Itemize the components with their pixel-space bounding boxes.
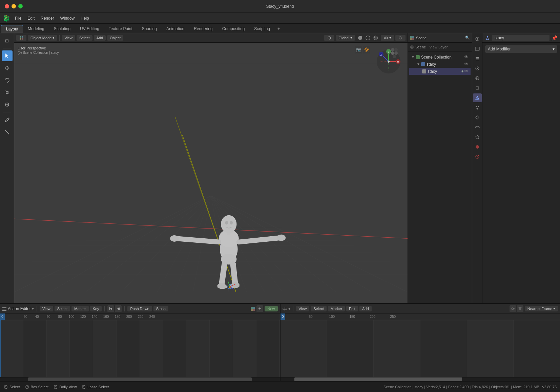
object-menu[interactable]: Object bbox=[107, 35, 123, 41]
layers-icon bbox=[474, 56, 480, 62]
scene-collection-root[interactable]: ▼ Scene Collection 👁 bbox=[409, 53, 471, 61]
axes-widget[interactable]: Y X Z bbox=[375, 48, 402, 75]
annotate-tool-button[interactable] bbox=[2, 114, 13, 125]
physics-properties-icon[interactable] bbox=[473, 113, 482, 122]
visibility-eye-1[interactable]: 👁 bbox=[464, 55, 469, 60]
ae-content[interactable] bbox=[0, 320, 280, 377]
object-properties-icon[interactable] bbox=[473, 84, 482, 92]
ae-scrollbar[interactable] bbox=[0, 377, 280, 381]
view-layer-properties-icon[interactable] bbox=[473, 54, 482, 63]
editor-type-dropdown[interactable] bbox=[16, 35, 26, 41]
stash-button[interactable]: Stash bbox=[153, 306, 168, 311]
world-properties-icon[interactable] bbox=[473, 74, 482, 83]
viewport-canvas[interactable]: User Perspective (0) Scene Collection | … bbox=[14, 43, 408, 303]
viewport-shading-solid[interactable] bbox=[356, 34, 364, 42]
jump-start-button[interactable] bbox=[107, 305, 114, 312]
stacy-collection-item[interactable]: ▼ stacy 👁 bbox=[409, 61, 471, 68]
overlays-toggle[interactable]: ▾ bbox=[381, 35, 394, 41]
output-properties-icon[interactable] bbox=[473, 44, 482, 53]
modifier-properties-icon[interactable] bbox=[473, 93, 482, 102]
select-tool-button[interactable] bbox=[2, 50, 13, 61]
pin-button[interactable]: 📌 bbox=[552, 35, 557, 41]
scene-search-button[interactable]: 🔍 bbox=[465, 36, 470, 40]
visibility-eye-2[interactable]: 👁 bbox=[464, 62, 469, 67]
tl-scrollbar[interactable] bbox=[281, 377, 560, 381]
tab-rendering[interactable]: Rendering bbox=[189, 25, 217, 33]
xray-toggle[interactable] bbox=[395, 35, 406, 41]
constraints-properties-icon[interactable] bbox=[473, 123, 482, 132]
lasso-select-shortcut[interactable]: Lasso Select bbox=[81, 385, 109, 389]
svg-text:Z: Z bbox=[380, 53, 382, 56]
world-icon bbox=[474, 75, 480, 81]
menu-render[interactable]: Render bbox=[38, 15, 57, 22]
dolly-view-shortcut[interactable]: Dolly View bbox=[53, 385, 77, 389]
ae-add-button[interactable] bbox=[256, 305, 263, 312]
measure-tool-button[interactable] bbox=[2, 127, 13, 137]
ae-key-menu[interactable]: Key bbox=[90, 306, 102, 311]
particles-properties-icon[interactable] bbox=[473, 103, 482, 112]
add-menu[interactable]: Add bbox=[94, 35, 106, 41]
ae-view-menu[interactable]: View bbox=[40, 306, 53, 311]
tab-scripting[interactable]: Scripting bbox=[249, 25, 275, 33]
rotate-tool-button[interactable] bbox=[2, 75, 13, 86]
box-select-shortcut[interactable]: Box Select bbox=[25, 385, 49, 389]
viewport-display-options[interactable] bbox=[324, 35, 334, 41]
tab-layout[interactable]: Layout bbox=[1, 25, 23, 33]
scene-properties-icon[interactable] bbox=[473, 64, 482, 73]
tl-select-menu[interactable]: Select bbox=[311, 306, 327, 311]
menu-file[interactable]: File bbox=[12, 15, 24, 22]
editor-type-button[interactable]: ⊞ bbox=[2, 35, 13, 46]
viewport[interactable]: Object Mode ▾ View Select Add Object Glo… bbox=[14, 33, 408, 303]
tl-edit-menu[interactable]: Edit bbox=[346, 306, 358, 311]
tl-scrollbar-thumb[interactable] bbox=[294, 377, 462, 381]
transform-tool-button[interactable] bbox=[2, 99, 13, 110]
tl-view-menu[interactable]: View bbox=[296, 306, 310, 311]
add-modifier-dropdown[interactable]: Add Modifier ▾ bbox=[485, 45, 557, 53]
maximize-button[interactable] bbox=[18, 4, 23, 8]
tab-animation[interactable]: Animation bbox=[162, 25, 189, 33]
step-back-button[interactable] bbox=[115, 305, 122, 312]
view-camera-button[interactable]: 📷 bbox=[355, 46, 362, 53]
select-shortcut[interactable]: Select bbox=[3, 385, 20, 389]
tab-uv-editing[interactable]: UV Editing bbox=[75, 25, 104, 33]
select-menu[interactable]: Select bbox=[77, 35, 92, 41]
filter-button[interactable] bbox=[517, 305, 523, 312]
tab-compositing[interactable]: Compositing bbox=[217, 25, 250, 33]
scale-tool-button[interactable] bbox=[2, 87, 13, 98]
view-render-button[interactable]: 🔆 bbox=[363, 46, 370, 53]
keying-sets-button[interactable] bbox=[510, 305, 516, 312]
tl-content[interactable] bbox=[281, 320, 560, 377]
minimize-button[interactable] bbox=[12, 4, 16, 8]
object-data-properties-icon[interactable] bbox=[473, 133, 482, 141]
viewport-shading-rendered[interactable] bbox=[372, 34, 379, 42]
tab-modeling[interactable]: Modeling bbox=[23, 25, 49, 33]
ae-select-menu[interactable]: Select bbox=[55, 306, 70, 311]
nearest-frame-dropdown[interactable]: Nearest Frame ▾ bbox=[525, 306, 558, 311]
global-local-toggle[interactable]: Global ▾ bbox=[336, 35, 355, 41]
stacy-mesh-item[interactable]: stacy ✦ 👁 bbox=[409, 68, 471, 75]
material-properties-icon[interactable] bbox=[473, 143, 482, 151]
tl-marker-menu[interactable]: Marker bbox=[328, 306, 345, 311]
close-button[interactable] bbox=[5, 4, 9, 8]
object-name-field[interactable]: stacy bbox=[492, 35, 549, 41]
transform-icon bbox=[4, 102, 10, 108]
tab-texture-paint[interactable]: Texture Paint bbox=[104, 25, 137, 33]
menu-help[interactable]: Help bbox=[78, 15, 92, 22]
shaderfx-properties-icon[interactable] bbox=[473, 152, 482, 161]
object-mode-dropdown[interactable]: Object Mode ▾ bbox=[28, 35, 57, 41]
ae-marker-menu[interactable]: Marker bbox=[71, 306, 88, 311]
add-workspace-button[interactable]: + bbox=[275, 25, 283, 33]
render-properties-icon[interactable] bbox=[473, 35, 482, 43]
view-menu[interactable]: View bbox=[62, 35, 75, 41]
menu-edit[interactable]: Edit bbox=[25, 15, 37, 22]
ae-scrollbar-thumb[interactable] bbox=[28, 377, 252, 381]
tab-shading[interactable]: Shading bbox=[137, 25, 162, 33]
viewport-shading-material[interactable] bbox=[364, 34, 372, 42]
push-down-button[interactable]: Push Down bbox=[127, 306, 152, 311]
menu-window[interactable]: Window bbox=[57, 15, 77, 22]
tab-sculpting[interactable]: Sculpting bbox=[49, 25, 75, 33]
tl-add-menu[interactable]: Add bbox=[359, 306, 372, 311]
visibility-eye-3[interactable]: 👁 bbox=[464, 69, 469, 74]
move-tool-button[interactable] bbox=[2, 63, 13, 73]
new-action-button[interactable]: New bbox=[265, 306, 277, 311]
